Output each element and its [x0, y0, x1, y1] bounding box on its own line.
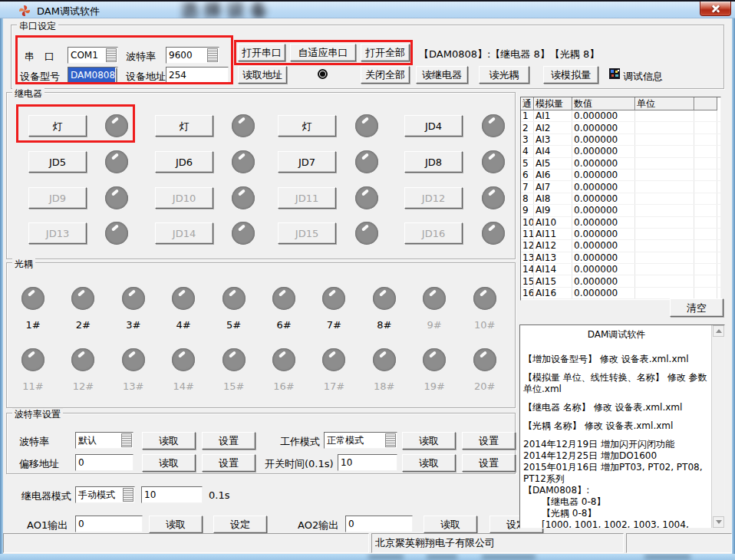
table-row-5[interactable]: 5AI50.000000	[521, 158, 720, 170]
dropdown-button-icon[interactable]	[116, 68, 117, 82]
table-cell	[694, 193, 717, 204]
info-line-9: 【DAM0808】:	[523, 485, 710, 496]
offset-read-button[interactable]: 读取	[142, 454, 196, 472]
read-opto-button[interactable]: 读光耦	[479, 66, 529, 84]
switch-time-input[interactable]	[338, 454, 397, 471]
relay-button-2[interactable]: 灯	[155, 115, 213, 137]
scroll-up-icon[interactable]	[713, 325, 724, 337]
relay-button-4[interactable]: JD4	[404, 115, 463, 137]
opto-channel-label-7: 7#	[312, 319, 355, 331]
table-header-extra[interactable]	[694, 97, 717, 110]
adaptive-serial-button[interactable]: 自适应串口	[290, 44, 356, 61]
relay-button-11[interactable]: JD11	[278, 187, 336, 209]
info-panel-scrollbar[interactable]	[711, 325, 724, 528]
relay-button-3[interactable]: 灯	[278, 115, 336, 137]
relay-indicator-icon-9	[105, 186, 128, 209]
table-row-6[interactable]: 6AI60.000000	[521, 170, 720, 181]
relay-button-1[interactable]: 灯	[28, 115, 87, 137]
opto-indicator-icon-15	[222, 348, 246, 371]
relay-button-16[interactable]: JD16	[404, 222, 463, 244]
relay-button-9[interactable]: JD9	[28, 187, 87, 209]
relay-button-12[interactable]: JD12	[404, 187, 463, 209]
table-header-通[interactable]: 通	[521, 97, 534, 110]
table-header-模拟量[interactable]: 模拟量	[534, 97, 572, 110]
table-row-7[interactable]: 7AI70.000000	[521, 181, 720, 193]
opto-channel-label-19: 19#	[413, 380, 456, 392]
dropdown-button-icon[interactable]	[106, 48, 117, 62]
baud-read-button[interactable]: 读取	[142, 432, 196, 450]
table-row-2[interactable]: 2AI20.000000	[521, 122, 720, 133]
table-row-9[interactable]: 9AI90.000000	[521, 205, 720, 216]
table-row-1[interactable]: 1AI10.000000	[521, 110, 720, 122]
table-header-数值[interactable]: 数值	[572, 97, 635, 110]
table-row-13[interactable]: 13AI130.000000	[521, 252, 720, 264]
read-address-button[interactable]: 读取地址	[238, 66, 287, 84]
info-line-7: 2014年12月25日 增加DO1600	[523, 450, 710, 462]
opto-indicator-icon-5	[222, 287, 246, 310]
info-panel[interactable]: DAM调试软件【增加设备型号】 修改 设备表.xml.xml【模拟量 单位、线性…	[519, 324, 725, 529]
title-bar[interactable]: 选择设备 DAM调试软件	[0, 2, 735, 18]
relay-mode-combobox[interactable]: 手动模式	[75, 486, 135, 503]
relay-button-10[interactable]: JD10	[155, 187, 213, 209]
dropdown-button-icon[interactable]	[207, 48, 218, 62]
relay-mode-time-input[interactable]	[141, 486, 203, 503]
open-all-button[interactable]: 打开全部	[361, 44, 410, 61]
info-line-4: 【继电器 名称】 修改 设备表.xml.xml	[523, 402, 710, 413]
baud-combobox[interactable]: 9600	[166, 47, 219, 64]
offset-set-button[interactable]: 设置	[202, 454, 255, 472]
work-mode-combobox[interactable]: 正常模式	[324, 432, 397, 449]
opto-indicator-icon-8	[373, 287, 396, 310]
table-row-4[interactable]: 4AI40.000000	[521, 146, 720, 157]
relay-button-5[interactable]: JD5	[28, 151, 87, 173]
close-all-button[interactable]: 关闭全部	[361, 66, 410, 84]
relay-button-8[interactable]: JD8	[404, 151, 463, 173]
switch-time-read-button[interactable]: 读取	[402, 454, 456, 472]
open-serial-button[interactable]: 打开串口	[238, 44, 285, 61]
baud-setting-combobox[interactable]: 默认	[75, 432, 133, 449]
work-mode-set-button[interactable]: 设置	[462, 432, 516, 450]
clear-button[interactable]: 清空	[670, 298, 723, 317]
offset-addr-input[interactable]	[75, 454, 133, 471]
close-button[interactable]	[700, 2, 731, 16]
switch-time-set-button[interactable]: 设置	[462, 454, 516, 472]
table-row-16[interactable]: 16AI160.000000	[521, 288, 720, 299]
table-row-10[interactable]: 10AI100.000000	[521, 217, 720, 229]
ao2-input[interactable]	[345, 516, 413, 532]
ao2-label: AO2输出	[298, 519, 338, 532]
table-header-单位[interactable]: 单位	[635, 97, 694, 110]
table-row-14[interactable]: 14AI140.000000	[521, 264, 720, 275]
read-relay-button[interactable]: 读继电器	[416, 66, 468, 84]
dropdown-button-icon[interactable]	[121, 433, 132, 447]
ao1-read-button[interactable]: 读取	[149, 516, 203, 533]
analog-table[interactable]: 通模拟量数值单位 1AI10.0000002AI20.0000003AI30.0…	[520, 97, 721, 301]
relay-button-14[interactable]: JD14	[155, 222, 213, 244]
table-row-12[interactable]: 12AI120.000000	[521, 240, 720, 252]
dropdown-button-icon[interactable]	[123, 488, 133, 502]
table-row-11[interactable]: 11AI110.000000	[521, 229, 720, 240]
baud-set-button[interactable]: 设置	[202, 432, 255, 450]
debug-info-label: 调试信息	[623, 70, 663, 84]
dropdown-button-icon[interactable]	[385, 433, 396, 447]
relay-button-6[interactable]: JD6	[155, 151, 213, 173]
port-combobox[interactable]: COM1	[68, 47, 118, 64]
table-row-15[interactable]: 15AI150.000000	[521, 275, 720, 287]
table-cell: AI15	[534, 275, 572, 286]
opto-indicator-icon-18	[373, 348, 396, 371]
relay-button-13[interactable]: JD13	[28, 222, 87, 244]
model-combobox[interactable]: DAM0808	[68, 67, 118, 84]
ao1-set-button[interactable]: 设定	[213, 516, 267, 533]
ao2-read-button[interactable]: 读取	[424, 516, 477, 533]
table-row-3[interactable]: 3AI30.000000	[521, 134, 720, 146]
table-row-8[interactable]: 8AI80.000000	[521, 193, 720, 205]
relay-button-15[interactable]: JD15	[278, 222, 336, 244]
table-cell: 0.000000	[572, 181, 635, 192]
table-cell: 12	[521, 240, 534, 251]
scroll-down-icon[interactable]	[713, 516, 724, 528]
work-mode-read-button[interactable]: 读取	[402, 432, 456, 450]
ao1-input[interactable]	[75, 516, 143, 532]
table-cell: AI9	[534, 205, 572, 216]
read-analog-button[interactable]: 读模拟量	[543, 66, 598, 84]
device-addr-input[interactable]	[166, 67, 229, 84]
relay-button-7[interactable]: JD7	[278, 151, 336, 173]
table-cell: AI3	[534, 134, 572, 145]
